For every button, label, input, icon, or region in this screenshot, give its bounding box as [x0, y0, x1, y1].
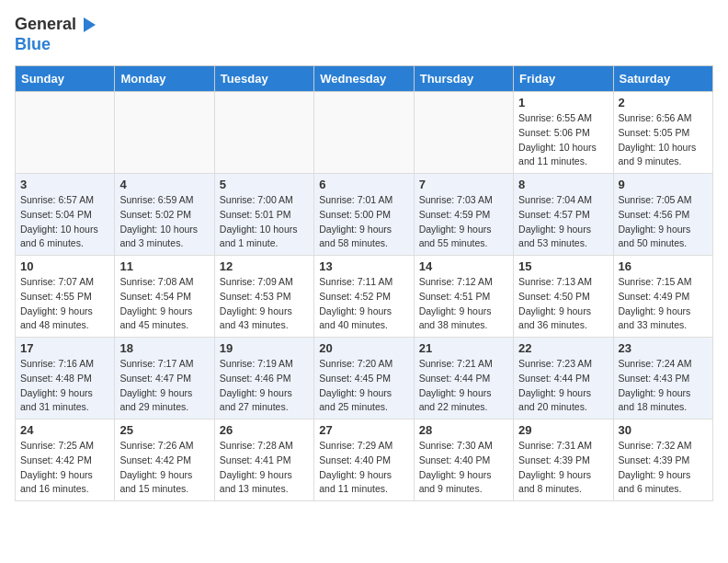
day-info: Sunrise: 7:09 AM Sunset: 4:53 PM Dayligh…: [220, 275, 309, 333]
calendar-cell: [115, 92, 214, 174]
calendar-cell: 3Sunrise: 6:57 AM Sunset: 5:04 PM Daylig…: [16, 174, 115, 256]
logo-text: General Blue: [15, 15, 96, 54]
calendar-cell: 8Sunrise: 7:04 AM Sunset: 4:57 PM Daylig…: [514, 174, 613, 256]
week-row-5: 24Sunrise: 7:25 AM Sunset: 4:42 PM Dayli…: [16, 419, 713, 501]
page-header: General Blue: [15, 15, 713, 54]
day-info: Sunrise: 7:05 AM Sunset: 4:56 PM Dayligh…: [619, 193, 708, 251]
day-number: 26: [220, 423, 309, 437]
calendar-table: SundayMondayTuesdayWednesdayThursdayFrid…: [15, 65, 713, 501]
calendar-cell: [16, 92, 115, 174]
day-number: 7: [419, 178, 508, 191]
calendar-cell: 10Sunrise: 7:07 AM Sunset: 4:55 PM Dayli…: [16, 256, 115, 338]
day-info: Sunrise: 7:01 AM Sunset: 5:00 PM Dayligh…: [319, 193, 408, 251]
day-info: Sunrise: 7:19 AM Sunset: 4:46 PM Dayligh…: [220, 357, 309, 415]
calendar-cell: 17Sunrise: 7:16 AM Sunset: 4:48 PM Dayli…: [16, 338, 115, 419]
day-number: 20: [319, 341, 408, 355]
day-info: Sunrise: 7:25 AM Sunset: 4:42 PM Dayligh…: [20, 439, 109, 497]
calendar-cell: 26Sunrise: 7:28 AM Sunset: 4:41 PM Dayli…: [214, 419, 313, 501]
calendar-cell: 24Sunrise: 7:25 AM Sunset: 4:42 PM Dayli…: [16, 419, 115, 501]
day-info: Sunrise: 7:16 AM Sunset: 4:48 PM Dayligh…: [20, 357, 109, 415]
day-info: Sunrise: 7:31 AM Sunset: 4:39 PM Dayligh…: [518, 439, 608, 497]
day-info: Sunrise: 7:23 AM Sunset: 4:44 PM Dayligh…: [518, 357, 608, 415]
day-header-sunday: Sunday: [16, 66, 115, 92]
day-number: 15: [518, 259, 608, 273]
day-number: 13: [319, 259, 408, 273]
calendar-cell: 19Sunrise: 7:19 AM Sunset: 4:46 PM Dayli…: [214, 338, 313, 419]
calendar-cell: 22Sunrise: 7:23 AM Sunset: 4:44 PM Dayli…: [514, 338, 613, 419]
day-info: Sunrise: 7:29 AM Sunset: 4:40 PM Dayligh…: [319, 439, 408, 497]
day-number: 9: [619, 178, 708, 191]
day-info: Sunrise: 7:11 AM Sunset: 4:52 PM Dayligh…: [319, 275, 408, 333]
day-info: Sunrise: 7:24 AM Sunset: 4:43 PM Dayligh…: [619, 357, 708, 415]
day-info: Sunrise: 7:08 AM Sunset: 4:54 PM Dayligh…: [119, 275, 209, 333]
calendar-body: 1Sunrise: 6:55 AM Sunset: 5:06 PM Daylig…: [16, 92, 713, 501]
day-info: Sunrise: 7:04 AM Sunset: 4:57 PM Dayligh…: [518, 193, 608, 251]
day-info: Sunrise: 7:30 AM Sunset: 4:40 PM Dayligh…: [419, 439, 508, 497]
day-number: 6: [319, 178, 408, 191]
day-info: Sunrise: 7:20 AM Sunset: 4:45 PM Dayligh…: [319, 357, 408, 415]
calendar-cell: 25Sunrise: 7:26 AM Sunset: 4:42 PM Dayli…: [115, 419, 214, 501]
day-number: 2: [619, 96, 708, 109]
day-number: 25: [119, 423, 209, 437]
day-number: 5: [220, 178, 309, 191]
day-number: 14: [419, 259, 508, 273]
calendar-cell: 4Sunrise: 6:59 AM Sunset: 5:02 PM Daylig…: [115, 174, 214, 256]
day-number: 24: [20, 423, 109, 437]
calendar-cell: 2Sunrise: 6:56 AM Sunset: 5:05 PM Daylig…: [613, 92, 712, 174]
day-info: Sunrise: 7:26 AM Sunset: 4:42 PM Dayligh…: [119, 439, 209, 497]
calendar-cell: 1Sunrise: 6:55 AM Sunset: 5:06 PM Daylig…: [514, 92, 613, 174]
day-info: Sunrise: 7:21 AM Sunset: 4:44 PM Dayligh…: [419, 357, 508, 415]
day-number: 10: [20, 259, 109, 273]
day-number: 4: [119, 178, 209, 191]
day-info: Sunrise: 6:56 AM Sunset: 5:05 PM Dayligh…: [619, 111, 708, 169]
logo: General Blue: [15, 15, 96, 54]
day-header-saturday: Saturday: [613, 66, 712, 92]
day-info: Sunrise: 7:28 AM Sunset: 4:41 PM Dayligh…: [220, 439, 309, 497]
day-info: Sunrise: 7:00 AM Sunset: 5:01 PM Dayligh…: [220, 193, 309, 251]
calendar-header: SundayMondayTuesdayWednesdayThursdayFrid…: [16, 66, 713, 92]
day-info: Sunrise: 7:12 AM Sunset: 4:51 PM Dayligh…: [419, 275, 508, 333]
day-info: Sunrise: 7:32 AM Sunset: 4:39 PM Dayligh…: [619, 439, 708, 497]
day-number: 29: [518, 423, 608, 437]
calendar-cell: 23Sunrise: 7:24 AM Sunset: 4:43 PM Dayli…: [613, 338, 712, 419]
day-number: 19: [220, 341, 309, 355]
calendar-cell: [214, 92, 313, 174]
day-header-friday: Friday: [514, 66, 613, 92]
day-number: 1: [518, 96, 608, 109]
calendar-cell: 12Sunrise: 7:09 AM Sunset: 4:53 PM Dayli…: [214, 256, 313, 338]
calendar-cell: [414, 92, 513, 174]
calendar-cell: 9Sunrise: 7:05 AM Sunset: 4:56 PM Daylig…: [613, 174, 712, 256]
day-number: 30: [619, 423, 708, 437]
day-header-thursday: Thursday: [414, 66, 513, 92]
calendar-cell: 29Sunrise: 7:31 AM Sunset: 4:39 PM Dayli…: [514, 419, 613, 501]
day-number: 16: [619, 259, 708, 273]
calendar-cell: 16Sunrise: 7:15 AM Sunset: 4:49 PM Dayli…: [613, 256, 712, 338]
calendar-cell: 13Sunrise: 7:11 AM Sunset: 4:52 PM Dayli…: [314, 256, 414, 338]
calendar-cell: 30Sunrise: 7:32 AM Sunset: 4:39 PM Dayli…: [613, 419, 712, 501]
logo-blue: Blue: [15, 35, 96, 55]
day-number: 3: [20, 178, 109, 191]
calendar-cell: 15Sunrise: 7:13 AM Sunset: 4:50 PM Dayli…: [514, 256, 613, 338]
calendar-cell: 11Sunrise: 7:08 AM Sunset: 4:54 PM Dayli…: [115, 256, 214, 338]
week-row-1: 1Sunrise: 6:55 AM Sunset: 5:06 PM Daylig…: [16, 92, 713, 174]
calendar-cell: [314, 92, 414, 174]
week-row-2: 3Sunrise: 6:57 AM Sunset: 5:04 PM Daylig…: [16, 174, 713, 256]
calendar-cell: 7Sunrise: 7:03 AM Sunset: 4:59 PM Daylig…: [414, 174, 513, 256]
day-number: 18: [119, 341, 209, 355]
day-number: 23: [619, 341, 708, 355]
day-header-monday: Monday: [115, 66, 214, 92]
calendar-cell: 18Sunrise: 7:17 AM Sunset: 4:47 PM Dayli…: [115, 338, 214, 419]
calendar-cell: 27Sunrise: 7:29 AM Sunset: 4:40 PM Dayli…: [314, 419, 414, 501]
week-row-4: 17Sunrise: 7:16 AM Sunset: 4:48 PM Dayli…: [16, 338, 713, 419]
day-info: Sunrise: 7:03 AM Sunset: 4:59 PM Dayligh…: [419, 193, 508, 251]
calendar-cell: 5Sunrise: 7:00 AM Sunset: 5:01 PM Daylig…: [214, 174, 313, 256]
day-number: 22: [518, 341, 608, 355]
day-info: Sunrise: 7:17 AM Sunset: 4:47 PM Dayligh…: [119, 357, 209, 415]
day-number: 11: [119, 259, 209, 273]
day-number: 28: [419, 423, 508, 437]
day-info: Sunrise: 6:55 AM Sunset: 5:06 PM Dayligh…: [518, 111, 608, 169]
calendar-cell: 14Sunrise: 7:12 AM Sunset: 4:51 PM Dayli…: [414, 256, 513, 338]
calendar-cell: 28Sunrise: 7:30 AM Sunset: 4:40 PM Dayli…: [414, 419, 513, 501]
day-header-tuesday: Tuesday: [214, 66, 313, 92]
calendar-cell: 21Sunrise: 7:21 AM Sunset: 4:44 PM Dayli…: [414, 338, 513, 419]
